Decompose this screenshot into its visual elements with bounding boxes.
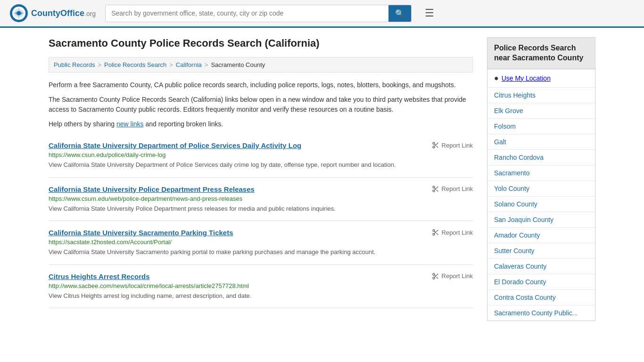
sidebar: Police Records Search near Sacramento Co… bbox=[487, 37, 595, 321]
search-button[interactable]: 🔍 bbox=[388, 5, 411, 22]
breadcrumb-sep-3: > bbox=[205, 61, 208, 68]
sidebar-item-rancho-cordova[interactable]: Rancho Cordova bbox=[487, 150, 595, 165]
scissors-icon bbox=[432, 141, 439, 149]
result-header: California State University Sacramento P… bbox=[49, 229, 473, 237]
breadcrumb-sep-1: > bbox=[98, 61, 101, 68]
result-header: California State University Department o… bbox=[49, 141, 473, 149]
use-location-link[interactable]: Use My Location bbox=[502, 74, 551, 82]
sidebar-item-contra-costa-county[interactable]: Contra Costa County bbox=[487, 290, 595, 305]
sidebar-item-citrus-heights[interactable]: Citrus Heights bbox=[487, 88, 595, 103]
description-2: The Sacramento County Police Records Sea… bbox=[49, 95, 473, 115]
sidebar-item-sacramento-county-public[interactable]: Sacramento County Public... bbox=[487, 305, 595, 321]
result-desc: View California State University Departm… bbox=[49, 160, 473, 170]
description-3-pre: Help others by sharing bbox=[49, 120, 116, 128]
result-header: Citrus Heights Arrest Records Report Lin… bbox=[49, 272, 473, 280]
main-container: Sacramento County Police Records Search … bbox=[39, 28, 605, 330]
sidebar-item-sutter-county[interactable]: Sutter County bbox=[487, 243, 595, 259]
result-url: http://www.sacbee.com/news/local/crime/l… bbox=[49, 282, 473, 289]
breadcrumb: Public Records > Police Records Search >… bbox=[49, 57, 473, 73]
result-desc: View Citrus Heights arrest log including… bbox=[49, 291, 473, 301]
sidebar-item-san-joaquin-county[interactable]: San Joaquin County bbox=[487, 212, 595, 228]
logo-icon bbox=[9, 4, 28, 23]
menu-button[interactable]: ☰ bbox=[421, 5, 438, 21]
result-title[interactable]: California State University Sacramento P… bbox=[49, 229, 233, 237]
sidebar-item-calaveras-county[interactable]: Calaveras County bbox=[487, 259, 595, 274]
page-title: Sacramento County Police Records Search … bbox=[49, 37, 473, 49]
result-item: Citrus Heights Arrest Records Report Lin… bbox=[49, 265, 473, 309]
result-url: https://sacstate.t2hosted.com/Account/Po… bbox=[49, 239, 473, 246]
sidebar-item-amador-county[interactable]: Amador County bbox=[487, 228, 595, 243]
report-link-button[interactable]: Report Link bbox=[432, 229, 473, 236]
result-item: California State University Department o… bbox=[49, 134, 473, 178]
sidebar-item-el-dorado-county[interactable]: El Dorado County bbox=[487, 274, 595, 290]
sidebar-item-sacramento[interactable]: Sacramento bbox=[487, 165, 595, 181]
report-link-button[interactable]: Report Link bbox=[432, 141, 473, 149]
result-url: https://www.csum.edu/web/police-departme… bbox=[49, 195, 473, 202]
breadcrumb-sep-2: > bbox=[169, 61, 173, 68]
breadcrumb-current: Sacramento County bbox=[211, 61, 265, 68]
result-desc: View California State University Police … bbox=[49, 204, 473, 214]
logo-text: CountyOffice.org bbox=[31, 8, 96, 18]
search-bar: 🔍 bbox=[105, 5, 412, 22]
report-link-button[interactable]: Report Link bbox=[432, 185, 473, 193]
content-area: Sacramento County Police Records Search … bbox=[49, 37, 473, 321]
breadcrumb-police-records-search[interactable]: Police Records Search bbox=[104, 61, 166, 68]
sidebar-header: Police Records Search near Sacramento Co… bbox=[487, 37, 595, 69]
description-3: Help others by sharing new links and rep… bbox=[49, 119, 473, 129]
scissors-icon bbox=[432, 272, 439, 280]
description-3-post: and reporting broken links. bbox=[144, 120, 223, 128]
location-pin-icon: ● bbox=[494, 74, 499, 82]
report-link-button[interactable]: Report Link bbox=[432, 272, 473, 280]
result-url: https://www.csun.edu/police/daily-crime-… bbox=[49, 151, 473, 158]
sidebar-item-elk-grove[interactable]: Elk Grove bbox=[487, 103, 595, 119]
search-input[interactable] bbox=[106, 5, 388, 22]
new-links-link[interactable]: new links bbox=[116, 120, 144, 128]
sidebar-use-location[interactable]: ● Use My Location bbox=[487, 69, 595, 88]
sidebar-item-yolo-county[interactable]: Yolo County bbox=[487, 181, 595, 197]
result-item: California State University Police Depar… bbox=[49, 178, 473, 222]
result-item: California State University Sacramento P… bbox=[49, 221, 473, 265]
result-header: California State University Police Depar… bbox=[49, 185, 473, 193]
result-desc: View California State University Sacrame… bbox=[49, 247, 473, 257]
result-title[interactable]: California State University Police Depar… bbox=[49, 185, 255, 193]
site-header: CountyOffice.org 🔍 ☰ bbox=[0, 0, 644, 28]
logo-link[interactable]: CountyOffice.org bbox=[9, 4, 96, 23]
breadcrumb-public-records[interactable]: Public Records bbox=[54, 61, 95, 68]
sidebar-item-solano-county[interactable]: Solano County bbox=[487, 197, 595, 212]
result-title[interactable]: California State University Department o… bbox=[49, 141, 301, 149]
scissors-icon bbox=[432, 185, 439, 193]
sidebar-list: ● Use My Location Citrus Heights Elk Gro… bbox=[487, 69, 595, 321]
scissors-icon bbox=[432, 229, 439, 236]
sidebar-item-folsom[interactable]: Folsom bbox=[487, 119, 595, 134]
breadcrumb-california[interactable]: California bbox=[176, 61, 202, 68]
result-title[interactable]: Citrus Heights Arrest Records bbox=[49, 272, 150, 280]
sidebar-item-galt[interactable]: Galt bbox=[487, 134, 595, 150]
description-1: Perform a free Sacramento County, CA pub… bbox=[49, 80, 473, 90]
